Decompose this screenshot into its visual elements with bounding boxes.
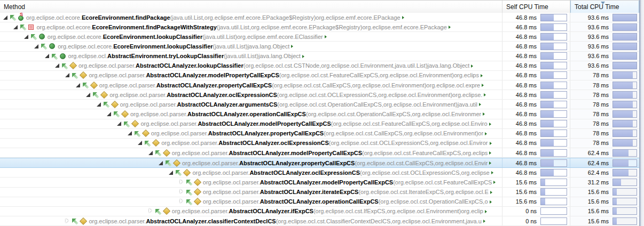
tree-row[interactable]: org.eclipse.ocl.parser.AbstractOCLAnalyz… (0, 90, 639, 100)
more-callees-icon[interactable] (402, 16, 404, 19)
more-callees-icon[interactable] (483, 112, 485, 116)
tree-row[interactable]: Sorg.eclipse.ocl.ecore.EcoreEnvironment.… (0, 13, 639, 22)
total-cpu-time-bar-fill (613, 198, 617, 205)
tree-row-selected[interactable]: org.eclipse.ocl.parser.AbstractOCLAnalyz… (0, 158, 639, 168)
tree-row[interactable]: org.eclipse.ocl.ecore.EcoreEnvironment.l… (0, 32, 639, 42)
tree-row[interactable]: org.eclipse.ocl.parser.AbstractOCLAnalyz… (0, 188, 639, 197)
tree-row[interactable]: org.eclipse.ocl.parser.AbstractOCLAnalyz… (0, 177, 639, 187)
collapse-toggle-icon[interactable] (127, 131, 132, 136)
self-cpu-time-bar-fill (541, 14, 554, 21)
more-callees-icon[interactable] (489, 151, 491, 155)
more-callees-icon[interactable] (481, 74, 483, 77)
expand-toggle-icon[interactable] (179, 189, 184, 195)
column-header-self-cpu-time[interactable]: Self CPU Time (502, 1, 570, 13)
more-callees-icon[interactable] (484, 93, 486, 96)
collapse-toggle-icon[interactable] (34, 44, 39, 49)
self-cpu-time-bar (540, 149, 567, 157)
total-cpu-time-cell: 93.6 ms (570, 61, 639, 70)
more-callees-icon[interactable] (490, 191, 492, 194)
total-cpu-time-cell: 62.4 ms (570, 148, 639, 157)
expand-toggle-icon[interactable] (179, 180, 184, 185)
collapse-toggle-icon[interactable] (106, 111, 112, 117)
collapse-toggle-icon[interactable] (75, 83, 81, 88)
method-name: AbstractOCLAnalyzer.operationCallExpCS (187, 111, 306, 117)
collapse-toggle-icon[interactable] (3, 15, 8, 20)
tree-row[interactable]: org.eclipse.ocl.parser.AbstractOCLAnalyz… (0, 148, 639, 158)
tree-row[interactable]: org.eclipse.ocl.parser.AbstractOCLAnalyz… (0, 197, 639, 207)
more-callees-icon[interactable] (483, 220, 485, 223)
more-callees-icon[interactable] (479, 103, 481, 106)
caller-arrow-icon (72, 217, 78, 224)
more-callees-icon[interactable] (485, 210, 487, 213)
tree-row[interactable]: org.eclipse.ocl.parser.AbstractOCLAnalyz… (0, 216, 639, 226)
collapse-toggle-icon[interactable] (168, 170, 174, 175)
more-callees-icon[interactable] (491, 171, 493, 174)
more-callees-icon[interactable] (489, 162, 491, 165)
tree-row[interactable]: org.eclipse.ocl.ecore.EcoreEnvironment.l… (0, 42, 639, 51)
collapse-toggle-icon[interactable] (137, 140, 143, 146)
column-header-total-cpu-time[interactable]: Total CPU Time (570, 1, 639, 13)
collapse-toggle-icon[interactable] (54, 63, 60, 68)
more-callees-icon[interactable] (471, 64, 473, 68)
tree-row[interactable]: org.eclipse.ocl.parser.AbstractOCLAnalyz… (0, 129, 639, 139)
more-callees-icon[interactable] (493, 181, 496, 184)
method-signature: (org.eclipse.ocl.cst.IfExpCS,org.eclipse… (313, 208, 483, 214)
self-cpu-time-value: 46.8 ms (502, 53, 540, 59)
more-callees-icon[interactable] (482, 84, 484, 87)
method-signature: (java.util.List,org.eclipse.emf.ecore.EP… (217, 24, 447, 30)
tree-row[interactable]: org.eclipse.ocl.parser.AbstractOCLAnalyz… (0, 80, 639, 90)
total-cpu-time-bar (612, 130, 637, 137)
call-tree-body: Sorg.eclipse.ocl.ecore.EcoreEnvironment.… (0, 13, 639, 226)
self-cpu-time-bar-fill (541, 92, 554, 98)
total-cpu-time-bar-fill (613, 189, 617, 195)
collapse-toggle-icon[interactable] (85, 92, 91, 98)
tree-indent (0, 36, 23, 37)
more-callees-icon[interactable] (302, 55, 304, 58)
more-callees-icon[interactable] (490, 142, 492, 145)
total-cpu-time-cell: 93.6 ms (570, 13, 639, 22)
tree-row[interactable]: org.eclipse.ocl.parser.AbstractOCLAnalyz… (0, 61, 639, 71)
expand-toggle-icon[interactable] (179, 199, 184, 204)
method-label: org.eclipse.ocl.AbstractEnvironment.tryL… (68, 53, 301, 59)
tree-row[interactable]: org.eclipse.ocl.parser.AbstractOCLAnalyz… (0, 168, 639, 177)
tree-row[interactable]: org.eclipse.ocl.parser.AbstractOCLAnalyz… (0, 71, 639, 80)
self-cpu-time-value: 46.8 ms (502, 92, 540, 98)
expand-toggle-icon[interactable] (65, 219, 70, 224)
expand-toggle-icon[interactable] (148, 208, 153, 214)
more-callees-icon[interactable] (485, 132, 487, 135)
tree-row[interactable]: org.eclipse.ocl.parser.AbstractOCLAnalyz… (0, 100, 639, 109)
self-cpu-time-bar (540, 91, 567, 99)
collapse-toggle-icon[interactable] (96, 102, 101, 107)
green-circle-icon (49, 43, 55, 49)
tree-row[interactable]: org.eclipse.ocl.parser.AbstractOCLAnalyz… (0, 109, 639, 119)
tree-indent (0, 66, 54, 66)
total-cpu-time-cell: 15.6 ms (570, 188, 639, 197)
method-label: org.eclipse.ocl.parser.AbstractOCLAnalyz… (99, 82, 480, 88)
collapse-toggle-icon[interactable] (148, 150, 153, 156)
total-cpu-time-bar-fill (613, 170, 629, 176)
vertical-scrollbar[interactable] (639, 0, 644, 226)
collapse-toggle-icon[interactable] (44, 53, 50, 59)
total-cpu-time-value: 62.4 ms (570, 160, 612, 166)
more-callees-icon[interactable] (291, 45, 293, 48)
column-header-method[interactable]: Method (0, 1, 502, 13)
tree-row[interactable]: org.eclipse.ocl.ecore.EcoreEnvironment.f… (0, 22, 639, 32)
tree-row[interactable]: org.eclipse.ocl.AbstractEnvironment.tryL… (0, 52, 639, 61)
more-callees-icon[interactable] (490, 200, 492, 204)
collapse-toggle-icon[interactable] (158, 160, 163, 166)
caller-arrow-icon (30, 33, 37, 40)
collapse-toggle-icon[interactable] (116, 121, 122, 126)
collapse-toggle-icon[interactable] (23, 34, 29, 39)
tree-row[interactable]: org.eclipse.ocl.parser.AbstractOCLAnalyz… (0, 207, 639, 216)
tree-row[interactable]: org.eclipse.ocl.parser.AbstractOCLAnalyz… (0, 139, 639, 148)
collapse-toggle-icon[interactable] (65, 72, 70, 78)
collapse-toggle-icon[interactable] (13, 25, 18, 30)
total-cpu-time-bar-fill (613, 24, 637, 30)
tree-row[interactable]: org.eclipse.ocl.parser.AbstractOCLAnalyz… (0, 119, 639, 129)
total-cpu-time-value: 15.6 ms (570, 208, 612, 214)
self-cpu-time-bar-fill (541, 189, 545, 195)
more-callees-icon[interactable] (325, 35, 327, 38)
method-label: org.eclipse.ocl.parser.AbstractOCLAnalyz… (151, 130, 483, 136)
more-callees-icon[interactable] (489, 123, 491, 126)
more-callees-icon[interactable] (449, 26, 451, 29)
